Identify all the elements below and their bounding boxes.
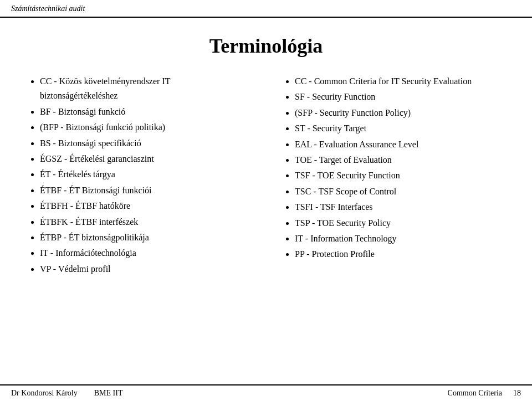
list-item: SF - Security Function <box>295 90 504 104</box>
footer-course: Common Criteria <box>448 389 502 398</box>
footer-institution: BME IIT <box>94 389 123 398</box>
footer-right: Common Criteria 18 <box>448 389 521 398</box>
list-item: PP - Protection Profile <box>295 247 504 261</box>
list-item: EAL - Evaluation Assurance Level <box>295 137 504 152</box>
list-item: IT - Információtechnológia <box>40 246 249 260</box>
left-column: CC - Közös követelményrendszer IT bizton… <box>17 74 260 277</box>
list-item: ÉTBF - ÉT Biztonsági funkciói <box>40 183 249 198</box>
list-item: ÉT - Értékelés tárgya <box>40 167 249 182</box>
list-item: TSF - TOE Security Function <box>295 168 504 183</box>
list-item: ÉGSZ - Értékelési garanciaszint <box>40 152 249 166</box>
page-title: Terminológia <box>0 34 532 58</box>
footer-left: Dr Kondorosi Károly BME IIT <box>11 389 122 398</box>
header-text: Számítástechnikai audit <box>11 4 85 13</box>
right-list: CC - Common Criteria for IT Security Eva… <box>283 74 504 262</box>
list-item: VP - Védelmi profil <box>40 262 249 276</box>
list-item: ÉTBFK - ÉTBF interfészek <box>40 215 249 229</box>
left-list: CC - Közös követelményrendszer IT bizton… <box>28 74 249 276</box>
list-item: ÉTBFH - ÉTBF hatóköre <box>40 199 249 213</box>
list-item: (BFP - Biztonsági funkció politika) <box>40 120 249 135</box>
list-item: TOE - Target of Evaluation <box>295 153 504 167</box>
list-item: CC - Common Criteria for IT Security Eva… <box>295 74 504 89</box>
list-item: TSFI - TSF Interfaces <box>295 200 504 214</box>
list-item: ST - Security Target <box>295 121 504 136</box>
list-item: ÉTBP - ÉT biztonságpolitikája <box>40 230 249 245</box>
list-item: TSC - TSF Scope of Control <box>295 184 504 199</box>
footer-page: 18 <box>513 389 521 398</box>
list-item: IT - Information Technology <box>295 232 504 246</box>
right-column: CC - Common Criteria for IT Security Eva… <box>272 74 515 277</box>
list-item: CC - Közös követelményrendszer IT bizton… <box>40 74 249 104</box>
list-item: BF - Biztonsági funkció <box>40 105 249 119</box>
page-header: Számítástechnikai audit <box>0 0 532 18</box>
list-item: (SFP - Security Function Policy) <box>295 106 504 120</box>
content-area: CC - Közös követelményrendszer IT bizton… <box>0 74 532 277</box>
list-item: TSP - TOE Security Policy <box>295 216 504 230</box>
list-item: BS - Biztonsági specifikáció <box>40 136 249 151</box>
footer-author: Dr Kondorosi Károly <box>11 389 78 398</box>
page-footer: Dr Kondorosi Károly BME IIT Common Crite… <box>0 384 532 401</box>
